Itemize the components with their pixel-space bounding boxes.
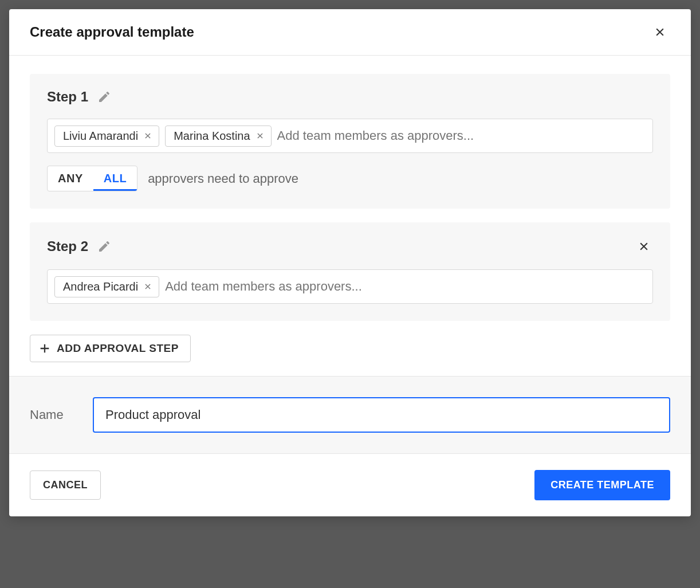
- close-icon: [638, 241, 650, 252]
- step-header-left: Step 1: [47, 89, 111, 105]
- remove-approver-button[interactable]: [143, 281, 153, 292]
- name-section: Name: [9, 376, 691, 453]
- approval-mode-toggle: ANY ALL: [47, 166, 137, 191]
- approver-name: Marina Kostina: [174, 130, 250, 143]
- close-icon: [144, 283, 152, 291]
- cancel-button[interactable]: CANCEL: [30, 471, 101, 500]
- approvers-input[interactable]: Andrea Picardi: [47, 269, 653, 304]
- toggle-all-button[interactable]: ALL: [93, 166, 137, 191]
- close-icon: [654, 26, 666, 38]
- close-icon: [256, 132, 264, 140]
- close-icon: [144, 132, 152, 140]
- modal-title: Create approval template: [30, 24, 194, 40]
- toggle-any-button[interactable]: ANY: [48, 166, 93, 191]
- approval-step-2: Step 2 Andrea Picardi: [30, 222, 670, 321]
- modal-footer: CANCEL CREATE TEMPLATE: [9, 453, 691, 516]
- plus-icon: [38, 342, 51, 355]
- step-title: Step 1: [47, 89, 88, 105]
- modal-header: Create approval template: [9, 9, 691, 56]
- approver-name: Liviu Amarandi: [63, 130, 138, 143]
- name-label: Name: [30, 407, 70, 422]
- approver-chip: Marina Kostina: [165, 126, 271, 147]
- approval-step-1: Step 1 Liviu Amarandi Marina Kostina: [30, 74, 670, 209]
- edit-icon[interactable]: [97, 240, 111, 253]
- add-step-label: ADD APPROVAL STEP: [57, 342, 179, 355]
- create-template-button[interactable]: CREATE TEMPLATE: [534, 470, 670, 500]
- template-name-input[interactable]: [93, 397, 670, 433]
- add-approval-step-button[interactable]: ADD APPROVAL STEP: [30, 335, 191, 362]
- modal-body: Step 1 Liviu Amarandi Marina Kostina: [9, 56, 691, 376]
- approvers-text-input[interactable]: [165, 279, 646, 294]
- approval-template-modal: Create approval template Step 1 Liviu Am…: [9, 9, 691, 516]
- remove-approver-button[interactable]: [143, 131, 153, 141]
- edit-icon[interactable]: [97, 90, 111, 104]
- approvers-text-input[interactable]: [277, 128, 646, 143]
- approval-mode-row: ANY ALL approvers need to approve: [47, 166, 653, 191]
- step-header-left: Step 2: [47, 238, 111, 254]
- approver-chip: Andrea Picardi: [54, 276, 159, 297]
- close-button[interactable]: [650, 22, 670, 42]
- approval-mode-description: approvers need to approve: [148, 171, 298, 186]
- approver-name: Andrea Picardi: [63, 280, 138, 293]
- step-title: Step 2: [47, 238, 88, 254]
- step-header: Step 1: [47, 89, 653, 105]
- remove-approver-button[interactable]: [255, 131, 265, 141]
- remove-step-button[interactable]: [635, 237, 653, 256]
- approver-chip: Liviu Amarandi: [54, 126, 159, 147]
- approvers-input[interactable]: Liviu Amarandi Marina Kostina: [47, 119, 653, 153]
- step-header: Step 2: [47, 237, 653, 256]
